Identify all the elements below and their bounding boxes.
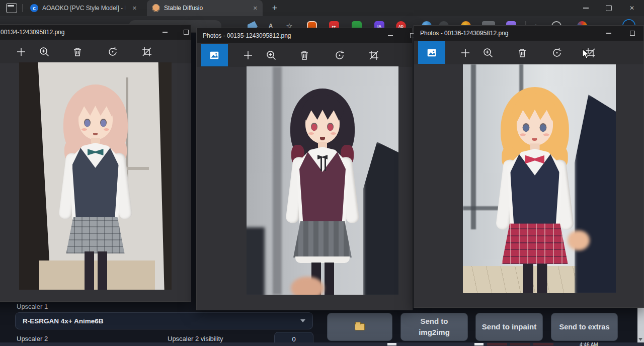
zoom-in-icon[interactable]	[38, 46, 50, 58]
blurred-hand	[568, 230, 590, 250]
taskbar-item[interactable]	[387, 343, 396, 345]
photos-window-00135[interactable]: Photos - 00135-1243095812.png	[196, 28, 413, 310]
delete-icon[interactable]	[71, 46, 84, 58]
open-folder-button[interactable]	[327, 313, 392, 341]
taskbar-item[interactable]	[533, 343, 553, 345]
blurred-figure-left	[247, 227, 265, 295]
taskbar-item[interactable]	[474, 343, 484, 345]
photos-toolbar	[0, 40, 191, 63]
delete-icon[interactable]	[516, 47, 528, 59]
anime-girl-figure	[282, 80, 363, 295]
upscaler1-value: R-ESRGAN 4x+ Anime6B	[23, 317, 103, 325]
photos-toolbar	[414, 41, 643, 64]
upscaler1-dropdown[interactable]: R-ESRGAN 4x+ Anime6B	[15, 312, 313, 329]
zoom-in-icon[interactable]	[265, 49, 277, 61]
tab-label: AOAOKO [PVC Style Model] - PV	[42, 5, 125, 12]
blurred-figure-right	[575, 95, 616, 293]
taskbar-item[interactable]	[510, 343, 530, 345]
send-to-inpaint-button[interactable]: Send to inpaint	[475, 313, 543, 341]
rotate-icon[interactable]	[107, 46, 119, 58]
rotate-icon[interactable]	[551, 47, 563, 59]
anime-girl-figure	[492, 78, 578, 293]
upscaler2-visibility-label: Upscaler 2 visibility	[168, 335, 223, 342]
window-titlebar[interactable]: Photos - 00135-1243095812.png	[197, 28, 412, 43]
window-minimize-button[interactable]	[382, 28, 399, 43]
mirror-frame-right	[147, 62, 172, 290]
window-minimize-button[interactable]	[156, 25, 174, 40]
anime-girl-figure	[55, 76, 136, 290]
upscaler2-label: Upscaler 2	[17, 335, 48, 342]
browser-restore-button[interactable]	[597, 0, 620, 16]
window-title: 00134-1243095812.png	[1, 29, 64, 36]
crop-icon[interactable]	[368, 49, 380, 61]
wall-shadow	[273, 66, 282, 295]
photos-window-00136[interactable]: Photos - 00136-1243095812.png	[414, 25, 644, 308]
photo-00134[interactable]	[19, 62, 172, 290]
browser-tab-bar: c AOAOKO [PVC Style Model] - PV ✕ Stable…	[0, 0, 644, 16]
vertical-tabs-icon[interactable]	[6, 3, 17, 13]
window-minimize-button[interactable]	[600, 26, 617, 41]
mirror-frame-left	[19, 62, 55, 290]
photos-toolbar	[197, 43, 412, 67]
tab-stable-diffusion[interactable]: Stable Diffusion ✕	[147, 0, 263, 16]
window-title: Photos - 00136-1243095812.png	[420, 30, 508, 37]
send-to-extras-button[interactable]: Send to extras	[551, 313, 618, 341]
new-tab-button[interactable]: +	[269, 2, 281, 14]
add-icon[interactable]	[459, 47, 471, 59]
page-scrollbar[interactable]	[637, 308, 644, 342]
see-all-photos-button[interactable]	[418, 41, 445, 64]
tab-civitai[interactable]: c AOAOKO [PVC Style Model] - PV ✕	[25, 0, 142, 16]
window-maximize-button[interactable]	[624, 26, 641, 41]
mouse-cursor	[582, 49, 590, 62]
window-frame-bar	[471, 64, 476, 229]
send-to-img2img-button[interactable]: Send to img2img	[400, 313, 468, 341]
window-title: Photos - 00135-1243095812.png	[203, 32, 291, 39]
add-icon[interactable]	[242, 49, 254, 61]
crop-icon[interactable]	[141, 46, 153, 58]
tab-close-icon[interactable]: ✕	[253, 5, 258, 12]
see-all-photos-button[interactable]	[201, 44, 228, 66]
photo-00136[interactable]	[463, 64, 616, 293]
browser-minimize-button[interactable]	[574, 0, 597, 16]
tab-close-icon[interactable]: ✕	[132, 5, 137, 12]
zoom-in-icon[interactable]	[482, 47, 494, 59]
window-titlebar[interactable]: 00134-1243095812.png	[0, 25, 191, 40]
photo-00135[interactable]	[247, 66, 398, 295]
upscaler1-label: Upscaler 1	[17, 303, 48, 310]
rotate-icon[interactable]	[334, 49, 346, 61]
taskbar-clock: 4:46 AM	[580, 342, 598, 346]
tab-label: Stable Diffusion	[164, 5, 203, 12]
blurred-figure-right	[363, 142, 398, 295]
browser-close-button[interactable]: ✕	[620, 0, 643, 16]
taskbar-item[interactable]	[487, 343, 507, 345]
stable-diffusion-icon	[152, 4, 160, 12]
window-maximize-button[interactable]	[178, 25, 195, 40]
underskirt-frill	[295, 256, 350, 263]
delete-icon[interactable]	[298, 49, 310, 61]
dropdown-caret-icon	[300, 319, 305, 322]
tab-separator	[22, 4, 23, 12]
add-icon[interactable]	[15, 46, 27, 58]
folder-icon	[355, 323, 365, 330]
photos-window-00134[interactable]: 00134-1243095812.png	[0, 24, 191, 302]
civitai-icon: c	[30, 4, 38, 12]
taskbar[interactable]: 4:46 AM	[0, 342, 644, 346]
window-titlebar[interactable]: Photos - 00136-1243095812.png	[414, 26, 643, 41]
scroll-down-icon[interactable]	[638, 338, 642, 341]
